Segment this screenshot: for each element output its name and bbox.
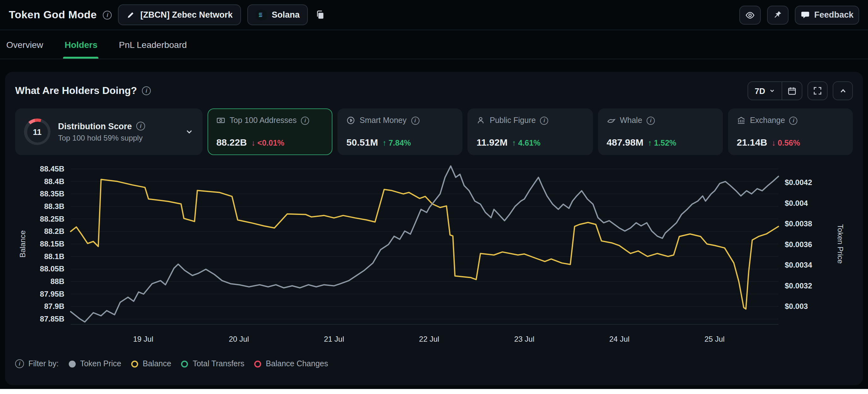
eye-icon-button[interactable] <box>739 5 761 24</box>
bank-icon <box>737 116 746 125</box>
info-icon[interactable]: i <box>540 116 549 125</box>
filter-option-balance[interactable]: Balance <box>131 359 171 368</box>
tab-bar: Overview Holders PnL Leaderboard <box>0 30 868 59</box>
stat-card-whale[interactable]: Whale i 487.98M ↑ 1.52% <box>598 108 722 155</box>
token-price-dot-icon <box>69 360 76 367</box>
stat-card-distribution-score[interactable]: 11 Distribution Score i Top 100 hold 59%… <box>15 108 203 155</box>
svg-text:25 Jul: 25 Jul <box>704 335 724 343</box>
pin-icon-button[interactable] <box>767 5 788 24</box>
svg-text:$0.0032: $0.0032 <box>785 282 812 290</box>
filter-option-token-price[interactable]: Token Price <box>69 359 121 368</box>
tab-overview[interactable]: Overview <box>5 30 44 59</box>
stat-value: 50.51M <box>346 137 378 147</box>
tab-holders[interactable]: Holders <box>63 30 99 59</box>
whale-icon <box>607 116 615 125</box>
info-icon[interactable]: i <box>301 116 309 125</box>
svg-text:19 Jul: 19 Jul <box>133 335 153 343</box>
stat-card-public-figure[interactable]: Public Figure i 11.92M ↑ 4.61% <box>468 108 593 155</box>
token-selector-button[interactable]: [ZBCN] Zebec Network <box>118 4 241 25</box>
stat-change: ↑ 7.84% <box>382 139 411 147</box>
expand-icon <box>813 86 822 95</box>
stat-card-top-100-addresses[interactable]: Top 100 Addresses i 88.22B ↓ <0.01% <box>208 108 333 155</box>
stat-label: Whale <box>620 116 642 125</box>
chain-name: Solana <box>272 10 300 20</box>
svg-text:$0.0036: $0.0036 <box>785 240 812 249</box>
pin-icon <box>773 10 782 20</box>
svg-text:Token Price: Token Price <box>836 224 845 263</box>
svg-text:88.25B: 88.25B <box>40 215 64 223</box>
chevron-down-icon <box>769 88 775 94</box>
filter-option-balance-changes[interactable]: Balance Changes <box>254 359 328 368</box>
svg-text:87.95B: 87.95B <box>40 290 64 298</box>
copy-icon <box>315 10 325 20</box>
info-icon[interactable]: i <box>789 116 798 125</box>
stat-card-smart-money[interactable]: Smart Money i 50.51M ↑ 7.84% <box>338 108 462 155</box>
stat-label: Smart Money <box>360 116 407 125</box>
date-range-group: 7D <box>748 81 802 100</box>
info-icon[interactable]: i <box>103 10 112 19</box>
svg-text:88.2B: 88.2B <box>44 227 64 235</box>
tab-pnl-leaderboard[interactable]: PnL Leaderboard <box>118 30 188 59</box>
info-icon[interactable]: i <box>136 122 145 131</box>
svg-text:88.05B: 88.05B <box>40 264 64 273</box>
svg-text:Balance: Balance <box>18 230 27 258</box>
copy-address-button[interactable] <box>314 4 326 25</box>
stat-change: ↑ 4.61% <box>512 139 540 147</box>
calendar-icon <box>787 86 797 96</box>
range-value: 7D <box>755 86 765 96</box>
calendar-button[interactable] <box>782 82 802 100</box>
chart-filter-row: i Filter by: Token Price Balance Total T… <box>15 359 853 368</box>
filter-by-label: Filter by: <box>28 359 59 368</box>
info-icon[interactable]: i <box>15 359 24 368</box>
distribution-score-label: Distribution Score <box>58 121 132 131</box>
chat-bubble-icon <box>800 10 810 20</box>
stat-label: Exchange <box>750 116 785 125</box>
svg-text:88.45B: 88.45B <box>40 165 64 173</box>
feedback-label: Feedback <box>814 10 854 20</box>
stat-change: ↓ 0.56% <box>772 139 800 147</box>
coin-icon <box>346 116 355 125</box>
svg-text:88.15B: 88.15B <box>40 239 64 248</box>
stat-change: ↑ 1.52% <box>648 139 676 147</box>
cash-icon <box>216 116 225 125</box>
svg-text:$0.0034: $0.0034 <box>785 261 812 269</box>
stat-value: 88.22B <box>216 137 247 147</box>
token-name: [ZBCN] Zebec Network <box>141 10 233 20</box>
distribution-score-subtitle: Top 100 hold 59% supply <box>58 133 177 142</box>
person-icon <box>476 116 486 125</box>
svg-text:$0.003: $0.003 <box>785 302 808 310</box>
stat-value: 11.92M <box>476 137 507 147</box>
info-icon[interactable]: i <box>411 116 419 125</box>
fullscreen-button[interactable] <box>807 81 828 100</box>
chevron-down-icon[interactable] <box>185 127 194 136</box>
top-bar: Token God Mode i [ZBCN] Zebec Network <box>0 0 868 30</box>
collapse-panel-button[interactable] <box>833 81 853 100</box>
svg-text:87.85B: 87.85B <box>40 315 64 323</box>
stat-value: 21.14B <box>737 137 767 147</box>
filter-option-total-transfers[interactable]: Total Transfers <box>181 359 244 368</box>
holders-chart-svg: 88.45B88.4B88.35B88.3B88.25B88.2B88.15B8… <box>15 159 850 356</box>
distribution-score-gauge: 11 <box>24 119 51 145</box>
token-god-mode-app: Token God Mode i [ZBCN] Zebec Network <box>0 0 868 389</box>
range-dropdown[interactable]: 7D <box>748 82 782 100</box>
pencil-icon <box>126 10 135 19</box>
svg-text:$0.004: $0.004 <box>785 199 808 207</box>
stat-change: ↓ <0.01% <box>251 139 284 147</box>
feedback-button[interactable]: Feedback <box>795 5 859 24</box>
stat-value: 487.98M <box>607 137 644 147</box>
chain-selector-button[interactable]: Solana <box>247 4 308 25</box>
holders-chart[interactable]: 88.45B88.4B88.35B88.3B88.25B88.2B88.15B8… <box>15 159 853 358</box>
total-transfers-ring-icon <box>181 360 188 367</box>
eye-icon <box>745 10 755 20</box>
info-icon[interactable]: i <box>142 86 151 95</box>
svg-text:87.9B: 87.9B <box>44 302 64 310</box>
chevron-up-icon <box>839 87 847 95</box>
page-title: Token God Mode <box>9 8 97 21</box>
stat-card-exchange[interactable]: Exchange i 21.14B ↓ 0.56% <box>728 108 853 155</box>
svg-text:22 Jul: 22 Jul <box>419 335 439 343</box>
info-icon[interactable]: i <box>647 116 655 125</box>
stat-label: Public Figure <box>490 116 536 125</box>
svg-text:88.1B: 88.1B <box>44 252 64 261</box>
svg-text:21 Jul: 21 Jul <box>324 335 344 343</box>
holders-panel: What Are Holders Doing? i 7D <box>5 72 863 385</box>
